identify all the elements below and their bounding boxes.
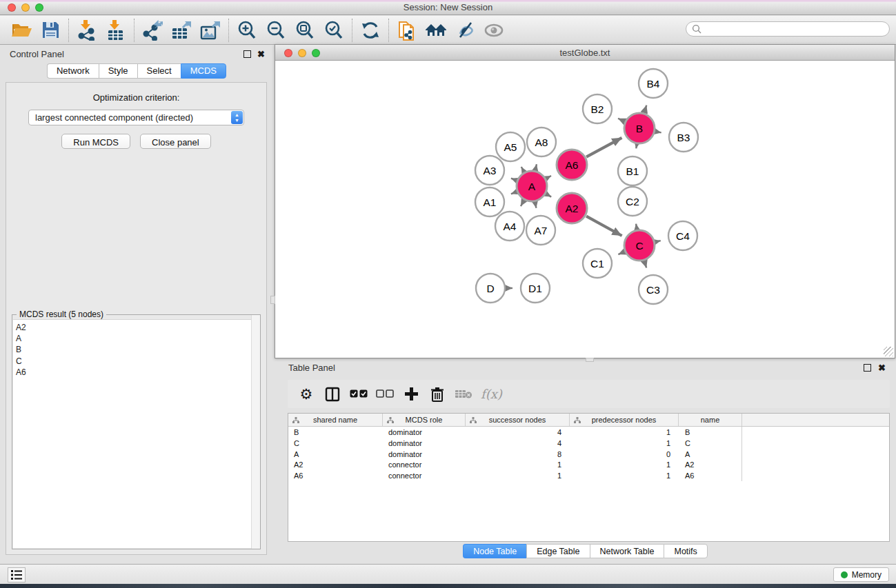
show-graphics-details-button[interactable] <box>479 17 508 43</box>
table-cell[interactable]: dominator <box>383 427 466 438</box>
task-history-button[interactable] <box>8 567 26 582</box>
edge-A-A2[interactable] <box>546 194 551 197</box>
function-builder-button[interactable]: f(x) <box>481 387 502 401</box>
edge-B-B3[interactable] <box>656 132 661 133</box>
table-cell[interactable]: A <box>288 449 383 460</box>
edge-A2-C[interactable] <box>586 216 622 236</box>
mcds-result-scrollbar[interactable] <box>251 315 260 549</box>
table-row[interactable]: Bdominator41B <box>288 427 889 438</box>
table-cell[interactable]: 1 <box>466 459 570 470</box>
mcds-result-list[interactable]: A2ABCA6 <box>13 319 259 548</box>
table-cell[interactable]: C <box>288 438 383 449</box>
table-cell[interactable]: 1 <box>466 470 570 481</box>
zoom-out-button[interactable] <box>261 17 290 43</box>
close-panel-button[interactable]: Close panel <box>140 134 211 149</box>
table-cell[interactable]: connector <box>383 470 466 481</box>
float-table-panel-icon[interactable] <box>864 364 871 372</box>
tab-style[interactable]: Style <box>99 63 137 79</box>
edge-C-C2[interactable] <box>636 224 637 230</box>
zoom-in-button[interactable] <box>232 17 261 43</box>
tab-edge-table[interactable]: Edge Table <box>526 544 589 558</box>
memory-button[interactable]: Memory <box>833 567 889 582</box>
table-settings-button[interactable]: ⚙ <box>293 382 319 407</box>
zoom-selected-button[interactable] <box>319 17 348 43</box>
edge-A6-B[interactable] <box>586 138 621 157</box>
splitpane-grip[interactable] <box>270 296 275 304</box>
close-panel-icon[interactable]: ✖ <box>257 49 265 59</box>
edge-A-A8[interactable] <box>535 164 537 170</box>
table-cell[interactable]: dominator <box>383 449 466 460</box>
tab-node-table[interactable]: Node Table <box>463 544 526 558</box>
run-mcds-button[interactable]: Run MCDS <box>61 134 130 149</box>
edge-A-A5[interactable] <box>521 167 524 172</box>
table-cell[interactable]: B <box>288 427 383 438</box>
tab-mcds[interactable]: MCDS <box>181 63 226 79</box>
mcds-result-item[interactable]: B <box>16 344 259 355</box>
mcds-result-item[interactable]: A2 <box>16 322 259 333</box>
edge-C-C3[interactable] <box>644 261 646 268</box>
import-table-button[interactable] <box>101 17 130 43</box>
edge-A-A6[interactable] <box>546 176 551 179</box>
create-column-button[interactable] <box>398 382 424 407</box>
tab-network[interactable]: Network <box>47 63 99 79</box>
tab-network-table[interactable]: Network Table <box>590 544 664 558</box>
table-cell[interactable]: A2 <box>288 459 383 470</box>
edge-A-A1[interactable] <box>511 192 517 194</box>
table-cell[interactable]: 8 <box>466 449 570 460</box>
column-header-predecessor-nodes[interactable]: predecessor nodes <box>570 414 679 426</box>
table-cell[interactable]: 1 <box>570 459 679 470</box>
tab-motifs[interactable]: Motifs <box>664 544 707 558</box>
table-cell[interactable]: A <box>679 449 742 460</box>
zoom-fit-button[interactable] <box>290 17 319 43</box>
table-cell[interactable]: A2 <box>679 459 742 470</box>
select-all-columns-button[interactable] <box>346 382 372 407</box>
table-cell[interactable]: 1 <box>570 470 679 481</box>
table-cell[interactable]: A6 <box>288 470 383 481</box>
export-image-button[interactable] <box>196 17 225 43</box>
edge-A-A3[interactable] <box>511 179 517 181</box>
table-cell[interactable]: 4 <box>466 438 570 449</box>
edge-C-C4[interactable] <box>655 241 660 242</box>
export-network-button[interactable] <box>138 17 167 43</box>
table-row[interactable]: Adominator80A <box>288 449 889 460</box>
column-header-shared-name[interactable]: shared name <box>288 414 383 426</box>
mcds-result-item[interactable]: A <box>16 333 259 344</box>
mcds-result-item[interactable]: A6 <box>16 367 259 378</box>
edge-B-B4[interactable] <box>644 105 646 113</box>
table-row[interactable]: A2connector11A2 <box>288 459 889 470</box>
edge-B-B1[interactable] <box>636 145 637 149</box>
edge-A-A4[interactable] <box>521 201 524 206</box>
update-network-button[interactable] <box>356 17 385 43</box>
edge-A-A7[interactable] <box>535 203 537 208</box>
mcds-result-item[interactable]: C <box>16 356 259 367</box>
tab-select[interactable]: Select <box>137 63 181 79</box>
resize-grip-icon[interactable] <box>884 347 893 356</box>
table-cell[interactable]: dominator <box>383 438 466 449</box>
edge-B-B2[interactable] <box>618 119 624 121</box>
search-input[interactable] <box>686 21 890 37</box>
table-cell[interactable]: A6 <box>679 470 742 481</box>
hide-graphics-details-button[interactable] <box>450 17 479 43</box>
delete-table-button[interactable] <box>450 382 477 407</box>
delete-column-button[interactable] <box>424 382 450 407</box>
criterion-select[interactable]: largest connected component (directed) ▲… <box>28 110 244 125</box>
close-table-panel-icon[interactable]: ✖ <box>878 363 886 373</box>
table-row[interactable]: A6connector11A6 <box>288 470 889 481</box>
show-columns-button[interactable] <box>319 382 346 407</box>
table-cell[interactable]: connector <box>383 459 466 470</box>
open-file-button[interactable] <box>7 17 36 43</box>
table-cell[interactable]: 1 <box>570 427 679 438</box>
network-canvas[interactable]: B4B2BB3A8A5A6A3B1AA1C2A2A4A7C4CC1C3DD1 <box>275 61 895 358</box>
float-panel-icon[interactable] <box>243 50 251 58</box>
column-header-successor-nodes[interactable]: successor nodes <box>466 414 570 426</box>
table-cell[interactable]: B <box>679 427 742 438</box>
table-row[interactable]: Cdominator41C <box>288 438 889 449</box>
table-cell[interactable]: 4 <box>466 427 570 438</box>
import-network-button[interactable] <box>72 17 101 43</box>
export-table-button[interactable] <box>167 17 196 43</box>
table-cell[interactable]: 0 <box>570 449 679 460</box>
houses-button[interactable] <box>421 17 450 43</box>
save-session-button[interactable] <box>36 17 65 43</box>
column-header-mcds-role[interactable]: MCDS role <box>383 414 466 426</box>
clone-network-button[interactable] <box>392 17 421 43</box>
